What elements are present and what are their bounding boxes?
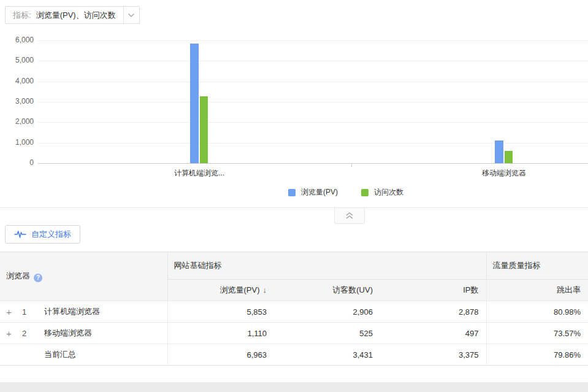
cell-ip: 3,375 (380, 344, 486, 366)
x-axis-category-label: 计算机端浏览... (156, 168, 242, 179)
x-axis-tick (351, 164, 352, 167)
cell-bounce: 80.98% (486, 301, 588, 323)
expand-row-icon[interactable]: + (6, 329, 15, 338)
y-axis-tick-label: 5,000 (0, 56, 34, 64)
bar-访问次数[interactable] (505, 151, 513, 163)
cell-ip: 497 (380, 323, 486, 344)
y-axis-tick-label: 3,000 (0, 97, 34, 106)
cell-pv: 5,853 (167, 301, 274, 323)
bar-浏览量(PV)[interactable] (495, 140, 503, 163)
legend-swatch-visits (361, 189, 368, 196)
browser-analytics-page: 指标: 浏览量(PV)、访问次数 01,0002,0003,0004,0005,… (0, 0, 588, 392)
column-header-pv[interactable]: 浏览量(PV)↓ (167, 280, 274, 301)
legend-item-visits[interactable]: 访问次数 (361, 187, 403, 198)
row-name[interactable]: 移动端浏览器 (44, 328, 92, 339)
y-axis-tick-label: 0 (0, 158, 34, 167)
gridline (38, 40, 588, 41)
summary-label: 当前汇总 (44, 349, 76, 360)
gridline (38, 143, 588, 144)
footer-bar (0, 382, 588, 392)
gridline (38, 61, 588, 61)
gridline (38, 102, 588, 102)
x-axis-category-label: 移动端浏览器 (461, 168, 547, 179)
row-name[interactable]: 计算机端浏览器 (44, 306, 100, 317)
column-header-bounce[interactable]: 跳出率 (486, 280, 588, 301)
column-group-traffic-quality: 流量质量指标 (486, 252, 588, 280)
table-row: + 1 计算机端浏览器 5,853 2,906 2,878 80.98% (0, 301, 588, 323)
y-axis-tick-label: 2,000 (0, 117, 34, 126)
column-header-ip[interactable]: IP数 (380, 280, 486, 301)
section-divider (0, 207, 588, 208)
y-axis-tick-label: 4,000 (0, 77, 34, 85)
legend-item-pv[interactable]: 浏览量(PV) (288, 187, 338, 198)
browser-header-label: 浏览器 (6, 271, 30, 280)
sort-desc-icon[interactable]: ↓ (263, 285, 267, 294)
browser-stats-table: 浏览器? 网站基础指标 流量质量指标 浏览量(PV)↓ 访客数(UV) IP数 … (0, 252, 588, 366)
expand-row-icon[interactable]: + (6, 307, 15, 317)
pulse-icon (14, 229, 26, 239)
column-header-uv[interactable]: 访客数(UV) (274, 280, 380, 301)
bar-chart: 01,0002,0003,0004,0005,0006,000计算机端浏览...… (0, 0, 588, 209)
chart-legend: 浏览量(PV) 访问次数 (288, 187, 403, 198)
column-header-browser[interactable]: 浏览器? (0, 252, 167, 301)
row-index: 1 (22, 307, 34, 317)
row-index: 2 (22, 329, 34, 338)
double-chevron-up-icon (345, 212, 354, 220)
cell-pv: 6,963 (167, 344, 274, 366)
y-axis-tick-label: 1,000 (0, 138, 34, 147)
cell-uv: 3,431 (274, 344, 380, 366)
custom-metric-button[interactable]: 自定义指标 (5, 225, 80, 244)
custom-metric-button-label: 自定义指标 (31, 229, 71, 240)
cell-uv: 525 (274, 323, 380, 344)
bar-浏览量(PV)[interactable] (190, 44, 199, 163)
gridline (38, 82, 588, 82)
cell-pv: 1,110 (167, 323, 274, 344)
cell-bounce: 79.86% (486, 344, 588, 366)
legend-label-visits: 访问次数 (374, 187, 403, 198)
help-icon[interactable]: ? (34, 274, 42, 282)
summary-row: 当前汇总 6,963 3,431 3,375 79.86% (0, 344, 588, 366)
bar-访问次数[interactable] (200, 96, 208, 163)
table-row: + 2 移动端浏览器 1,110 525 497 73.57% (0, 323, 588, 344)
y-axis-tick-label: 6,000 (0, 36, 34, 44)
gridline (38, 122, 588, 123)
legend-swatch-pv (288, 189, 296, 196)
cell-bounce: 73.57% (486, 323, 588, 344)
column-group-site-basic: 网站基础指标 (167, 252, 486, 280)
table-header-group-row: 浏览器? 网站基础指标 流量质量指标 (0, 252, 588, 280)
cell-ip: 2,878 (380, 301, 486, 323)
collapse-chart-button[interactable] (334, 208, 365, 224)
x-axis-line (38, 163, 588, 164)
cell-uv: 2,906 (274, 301, 380, 323)
legend-label-pv: 浏览量(PV) (301, 187, 338, 198)
